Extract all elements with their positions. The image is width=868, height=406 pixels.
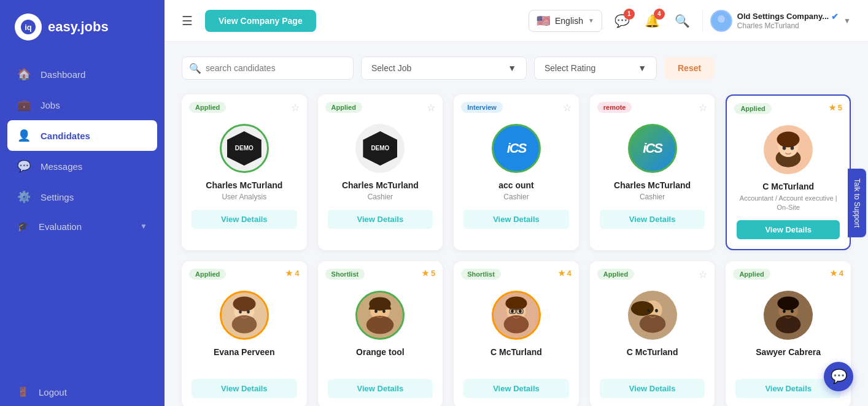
candidate-card: Shortlist★4 C McTurlandView Details [454, 261, 579, 406]
view-details-button[interactable]: View Details [192, 210, 297, 229]
company-info: Old Settings Company... ✔ Charles McTurl… [702, 10, 851, 32]
favorite-icon[interactable]: ☆ [291, 102, 300, 113]
view-details-button[interactable]: View Details [737, 220, 840, 239]
sidebar-label-settings: Settings [41, 192, 74, 202]
candidate-name: Orange tool [356, 347, 405, 357]
candidate-rating: ★4 [285, 269, 299, 278]
sidebar-item-messages[interactable]: 💬 Messages [0, 151, 165, 182]
svg-point-28 [519, 310, 522, 313]
candidate-avatar [220, 291, 269, 340]
reset-button[interactable]: Reset [664, 57, 715, 79]
jobs-icon: 💼 [17, 98, 31, 112]
svg-point-27 [511, 310, 514, 313]
select-job-dropdown[interactable]: Select Job ▼ [361, 56, 527, 80]
header: ☰ View Company Page 🇺🇸 English ▼ 💬 1 🔔 4… [165, 0, 868, 42]
svg-point-19 [366, 316, 393, 334]
logout-icon: 🚪 [17, 386, 29, 397]
favorite-icon[interactable]: ☆ [699, 269, 707, 280]
candidate-avatar: iCS [628, 124, 677, 173]
language-selector[interactable]: 🇺🇸 English ▼ [529, 10, 602, 32]
chevron-down-icon: ▼ [140, 222, 147, 231]
candidate-avatar [764, 125, 813, 174]
svg-point-41 [778, 296, 799, 310]
candidate-card: Applied★4 Evana PerveenView Details [182, 261, 307, 406]
chat-icon-button[interactable]: 💬 1 [612, 11, 632, 31]
sidebar-item-logout[interactable]: 🚪 Logout [0, 378, 165, 406]
chat-badge: 1 [624, 9, 635, 20]
candidate-avatar [764, 291, 813, 340]
home-icon: 🏠 [17, 67, 31, 81]
candidate-rating: ★5 [422, 269, 435, 278]
svg-point-9 [783, 146, 786, 150]
settings-icon: ⚙️ [17, 190, 31, 204]
language-label: English [555, 16, 583, 26]
favorite-icon[interactable]: ☆ [699, 102, 707, 113]
select-rating-label: Select Rating [544, 63, 595, 73]
candidate-tag: Shortlist [325, 269, 365, 280]
candidate-job: Accountant / Account executive | On-Site [737, 194, 840, 213]
favorite-icon[interactable]: ☆ [563, 102, 572, 113]
view-details-button[interactable]: View Details [192, 379, 297, 398]
candidate-rating: ★5 [829, 103, 842, 112]
candidate-tag: remote [597, 102, 632, 113]
chat-support-bubble[interactable]: 💬 [824, 362, 853, 391]
company-user: Charles McTurland [737, 21, 839, 30]
candidate-avatar [628, 291, 677, 340]
svg-point-3 [718, 15, 725, 23]
candidate-name: Charles McTurland [342, 180, 419, 190]
notification-badge: 4 [654, 9, 665, 20]
svg-point-22 [383, 310, 386, 313]
select-rating-chevron: ▼ [638, 63, 646, 73]
candidate-card: Applied☆ C McTurlandView Details [590, 261, 715, 406]
candidate-card: Applied★5 C McTurlandAccountant / Accoun… [726, 94, 851, 250]
view-details-button[interactable]: View Details [463, 210, 569, 229]
candidate-card: Applied☆DEMOCharles McTurlandCashierView… [318, 94, 443, 250]
candidate-card: Shortlist★5 Orange toolView Details [318, 261, 443, 406]
svg-point-42 [783, 310, 786, 313]
candidate-tag: Applied [734, 103, 771, 114]
candidates-grid-row2: Applied★4 Evana PerveenView DetailsShort… [182, 261, 851, 406]
search-header-button[interactable]: 🔍 [672, 11, 692, 31]
view-company-button[interactable]: View Company Page [205, 10, 316, 32]
svg-point-16 [247, 310, 250, 313]
view-details-button[interactable]: View Details [600, 210, 705, 229]
sidebar-item-candidates[interactable]: 👤 Candidates [7, 120, 157, 151]
view-details-button[interactable]: View Details [463, 379, 569, 398]
view-details-button[interactable]: View Details [328, 210, 433, 229]
sidebar-item-dashboard[interactable]: 🏠 Dashboard [0, 59, 165, 90]
candidate-name: C McTurland [762, 182, 814, 191]
view-details-button[interactable]: View Details [600, 379, 705, 398]
talk-to-support[interactable]: Talk to Support [848, 169, 866, 237]
sidebar-label-logout: Logout [39, 387, 67, 397]
svg-point-36 [647, 309, 650, 313]
flag-icon: 🇺🇸 [537, 14, 550, 28]
verified-icon: ✔ [831, 12, 839, 21]
sidebar-item-settings[interactable]: ⚙️ Settings [0, 182, 165, 212]
svg-point-43 [791, 310, 794, 313]
sidebar-item-jobs[interactable]: 💼 Jobs [0, 90, 165, 120]
select-job-label: Select Job [371, 63, 411, 73]
svg-point-37 [655, 309, 658, 313]
view-details-button[interactable]: View Details [328, 379, 433, 398]
svg-point-10 [791, 146, 794, 150]
search-input[interactable] [182, 56, 354, 80]
select-rating-dropdown[interactable]: Select Rating ▼ [534, 56, 657, 80]
sidebar-label-dashboard: Dashboard [41, 69, 85, 80]
evaluation-icon: 🎓 [17, 221, 29, 232]
search-input-wrap: 🔍 [182, 56, 354, 80]
search-icon: 🔍 [189, 63, 201, 74]
svg-point-21 [375, 310, 378, 313]
company-dropdown-icon[interactable]: ▼ [843, 17, 851, 25]
svg-point-8 [777, 131, 800, 147]
menu-button[interactable]: ☰ [182, 13, 193, 28]
candidate-avatar [492, 291, 541, 340]
notification-bell-button[interactable]: 🔔 4 [642, 11, 662, 31]
candidates-icon: 👤 [17, 129, 31, 142]
candidate-name: Evana Perveen [214, 347, 275, 357]
sidebar-item-evaluation[interactable]: 🎓 Evaluation ▼ [0, 212, 165, 240]
candidate-avatar: DEMO [220, 124, 269, 173]
candidate-name: Charles McTurland [206, 180, 282, 190]
favorite-icon[interactable]: ☆ [427, 102, 435, 113]
candidate-rating: ★4 [558, 269, 572, 278]
svg-point-35 [630, 301, 653, 316]
